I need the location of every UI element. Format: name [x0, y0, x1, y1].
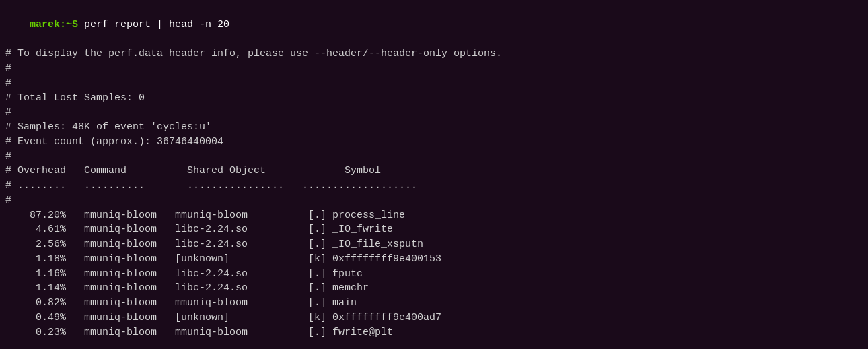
terminal-line: 4.61% mmuniq-bloom libc-2.24.so [.] _IO_… — [5, 222, 863, 237]
terminal-line: # Overhead Command Shared Object Symbol — [5, 164, 863, 179]
terminal-line: 0.23% mmuniq-bloom mmuniq-bloom [.] fwri… — [5, 325, 863, 340]
terminal-line: # — [5, 105, 863, 120]
terminal-output: # To display the perf.data header info, … — [5, 46, 863, 340]
bottom-prompt-line: marek:~$ — [5, 340, 863, 349]
terminal-line: 87.20% mmuniq-bloom mmuniq-bloom [.] pro… — [5, 208, 863, 223]
terminal-line: # Samples: 48K of event 'cycles:u' — [5, 120, 863, 135]
terminal-line: 1.16% mmuniq-bloom libc-2.24.so [.] fput… — [5, 267, 863, 282]
terminal-line: # — [5, 150, 863, 164]
terminal-line: 1.14% mmuniq-bloom libc-2.24.so [.] memc… — [5, 281, 863, 296]
terminal-line: # — [5, 193, 863, 208]
terminal: marek:~$ perf report | head -n 20 # To d… — [0, 0, 868, 349]
terminal-line: # Event count (approx.): 36746440004 — [5, 135, 863, 150]
prompt-user: marek:~$ — [30, 19, 78, 30]
prompt-line: marek:~$ perf report | head -n 20 — [5, 3, 863, 46]
terminal-line: # ........ .......... ................ .… — [5, 179, 863, 193]
prompt-command: perf report | head -n 20 — [78, 19, 229, 30]
terminal-line: 2.56% mmuniq-bloom libc-2.24.so [.] _IO_… — [5, 237, 863, 252]
terminal-line: 0.49% mmuniq-bloom [unknown] [k] 0xfffff… — [5, 311, 863, 325]
terminal-line: # — [5, 76, 863, 91]
terminal-line: # To display the perf.data header info, … — [5, 46, 863, 61]
terminal-line: # Total Lost Samples: 0 — [5, 91, 863, 106]
terminal-line: 0.82% mmuniq-bloom mmuniq-bloom [.] main — [5, 296, 863, 311]
terminal-line: # — [5, 61, 863, 76]
terminal-line: 1.18% mmuniq-bloom [unknown] [k] 0xfffff… — [5, 252, 863, 267]
